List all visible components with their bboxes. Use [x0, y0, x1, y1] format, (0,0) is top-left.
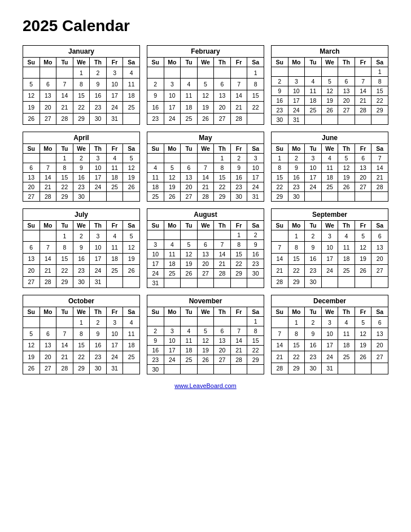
month-name-december: December	[272, 295, 388, 307]
calendar-day: 7	[230, 326, 247, 336]
calendar-day: 9	[73, 242, 90, 253]
calendar-day: 23	[272, 106, 288, 115]
calendar-day: 26	[123, 182, 140, 192]
calendar-day: 18	[147, 182, 164, 192]
day-header: Th	[338, 307, 355, 317]
calendar-day: 8	[247, 79, 264, 90]
calendar-day: 13	[23, 253, 40, 264]
calendar-day: 12	[197, 90, 214, 101]
calendar-day: 1	[230, 230, 247, 240]
day-header: We	[321, 221, 338, 230]
calendar-day: 27	[197, 269, 214, 278]
calendar-day: 10	[106, 79, 123, 90]
calendar-day: 15	[371, 86, 388, 96]
calendar-day: 25	[164, 269, 181, 278]
day-header: Sa	[123, 221, 140, 230]
calendar-day: 30	[73, 276, 90, 287]
calendar-day	[338, 67, 355, 77]
calendar-day: 17	[321, 253, 338, 264]
calendar-day: 10	[164, 90, 181, 101]
calendar-day: 7	[56, 328, 73, 339]
day-header: We	[73, 221, 90, 230]
day-header: Tu	[56, 221, 73, 230]
calendar-day: 2	[305, 230, 322, 242]
calendar-day	[90, 192, 107, 202]
calendar-day: 14	[214, 250, 231, 259]
calendar-day: 22	[288, 351, 305, 363]
calendar-day: 14	[230, 336, 247, 346]
calendar-day: 2	[147, 79, 164, 90]
calendar-day: 12	[164, 173, 181, 182]
footer-link[interactable]: www.LeaveBoard.com	[23, 382, 388, 389]
calendar-day: 19	[197, 102, 214, 113]
calendar-day: 5	[355, 230, 371, 242]
calendar-day	[305, 115, 322, 125]
calendar-day: 22	[272, 182, 288, 192]
calendar-day: 22	[288, 265, 305, 276]
calendar-day: 20	[371, 339, 388, 351]
calendar-day: 1	[247, 67, 264, 79]
calendar-day: 11	[181, 90, 198, 101]
calendar-day: 15	[230, 250, 247, 259]
day-header: Su	[23, 307, 40, 317]
calendar-day: 17	[106, 339, 123, 351]
calendar-day	[23, 67, 40, 79]
calendar-day: 19	[355, 339, 371, 351]
calendar-day: 15	[56, 173, 73, 182]
calendar-day	[164, 154, 181, 163]
calendar-day: 16	[90, 339, 107, 351]
calendar-day	[197, 278, 214, 288]
calendar-day: 24	[321, 265, 338, 276]
calendar-day: 27	[338, 106, 355, 115]
calendar-day: 4	[123, 67, 140, 79]
calendar-day: 12	[23, 339, 40, 351]
calendar-day: 27	[40, 113, 56, 124]
calendar-day: 24	[106, 351, 123, 363]
calendar-day: 23	[147, 355, 164, 365]
calendar-day: 28	[230, 113, 247, 124]
calendar-day: 28	[371, 182, 388, 192]
month-table-april: AprilSuMoTuWeThFrSa123456789101112131415…	[23, 132, 140, 202]
calendar-day	[321, 192, 338, 202]
calendar-day	[272, 230, 288, 242]
day-header: Mo	[40, 221, 56, 230]
calendar-day	[40, 67, 56, 79]
calendar-day: 11	[321, 163, 338, 173]
calendar-day	[181, 317, 198, 326]
calendar-day: 25	[338, 265, 355, 276]
calendar-day: 6	[338, 77, 355, 86]
calendar-day: 8	[371, 77, 388, 86]
calendar-day	[338, 363, 355, 374]
calendar-day: 8	[230, 240, 247, 250]
calendar-day	[197, 317, 214, 326]
day-header: Th	[214, 221, 231, 230]
day-header: Tu	[56, 144, 73, 154]
calendar-day: 2	[247, 230, 264, 240]
calendar-day: 22	[214, 182, 231, 192]
calendar-day: 31	[288, 115, 305, 125]
calendar-day: 1	[288, 317, 305, 328]
month-name-april: April	[23, 132, 140, 144]
calendar-day: 20	[214, 346, 231, 355]
month-table-july: JulySuMoTuWeThFrSa1234567891011121314151…	[23, 208, 140, 288]
day-header: Su	[147, 307, 164, 317]
calendar-day: 3	[164, 79, 181, 90]
calendar-day	[214, 230, 231, 240]
calendar-day	[247, 113, 264, 124]
calendar-day	[40, 154, 56, 163]
calendar-day: 16	[73, 253, 90, 264]
calendar-day: 2	[90, 67, 107, 79]
day-header: We	[321, 144, 338, 154]
calendar-day: 24	[164, 355, 181, 365]
calendar-day	[40, 230, 56, 242]
calendar-day: 5	[23, 79, 40, 90]
calendar-day: 31	[90, 276, 107, 287]
calendar-day: 4	[338, 230, 355, 242]
calendar-day: 14	[56, 339, 73, 351]
day-header: We	[321, 58, 338, 67]
calendar-day	[305, 192, 322, 202]
calendar-day: 5	[355, 317, 371, 328]
calendar-day: 21	[230, 346, 247, 355]
calendar-day: 17	[321, 339, 338, 351]
calendar-day: 7	[56, 79, 73, 90]
